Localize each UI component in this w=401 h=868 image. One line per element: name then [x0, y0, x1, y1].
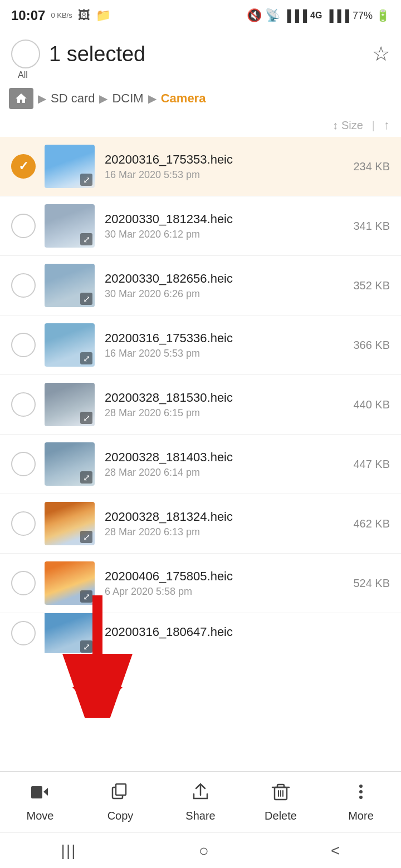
- home-breadcrumb[interactable]: [9, 88, 33, 109]
- delete-icon: [271, 782, 291, 806]
- move-button[interactable]: Move: [9, 782, 71, 822]
- file-name-2: 20200330_182656.heic: [105, 272, 353, 286]
- share-label: Share: [185, 810, 215, 822]
- svg-rect-5: [116, 784, 126, 795]
- file-checkbox-2[interactable]: [11, 273, 36, 298]
- file-info-3: 20200316_175336.heic 16 Mar 2020 5:53 pm: [105, 331, 353, 359]
- expand-icon-2: ⤢: [80, 293, 92, 305]
- file-list: ⤢ 20200316_175353.heic 16 Mar 2020 5:53 …: [0, 137, 401, 653]
- folder-icon: 📁: [96, 8, 111, 23]
- status-icons: 🔇 📡 ▐▐▐ 4G ▐▐▐ 77% 🔋: [247, 8, 390, 23]
- file-date-3: 16 Mar 2020 5:53 pm: [105, 348, 353, 359]
- breadcrumb-sep-3: ▶: [148, 92, 157, 105]
- expand-icon-3: ⤢: [80, 352, 92, 364]
- home-icon: [14, 92, 28, 105]
- expand-icon-7: ⤢: [80, 590, 92, 603]
- file-size-4: 440 KB: [353, 398, 390, 411]
- list-item[interactable]: ⤢ 20200316_175353.heic 16 Mar 2020 5:53 …: [0, 137, 401, 196]
- select-all-checkbox[interactable]: [11, 40, 40, 68]
- svg-marker-2: [72, 687, 123, 715]
- file-checkbox-5[interactable]: [11, 452, 36, 476]
- file-checkbox-6[interactable]: [11, 511, 36, 536]
- file-name-3: 20200316_175336.heic: [105, 331, 353, 346]
- nav-bar: ||| ○ <: [0, 832, 401, 868]
- more-icon: [351, 782, 371, 806]
- file-info-2: 20200330_182656.heic 30 Mar 2020 6:26 pm: [105, 272, 353, 300]
- file-info-8: 20200316_180647.heic: [105, 625, 390, 642]
- breadcrumb-camera[interactable]: Camera: [161, 91, 206, 106]
- sort-up-button[interactable]: ↑: [384, 118, 390, 132]
- file-thumbnail-1: ⤢: [45, 204, 95, 248]
- svg-point-9: [359, 796, 363, 799]
- gallery-icon: 🖼: [78, 8, 90, 23]
- list-item[interactable]: ⤢ 20200328_181403.heic 28 Mar 2020 6:14 …: [0, 435, 401, 494]
- sort-label: Size: [341, 119, 363, 132]
- breadcrumb: ▶ SD card ▶ DCIM ▶ Camera: [0, 83, 401, 116]
- file-size-2: 352 KB: [353, 279, 390, 292]
- sort-icon: ↕: [332, 119, 338, 132]
- file-thumbnail-5: ⤢: [45, 442, 95, 486]
- share-icon: [190, 782, 211, 806]
- file-name-8: 20200316_180647.heic: [105, 625, 390, 639]
- file-thumbnail-6: ⤢: [45, 502, 95, 545]
- file-checkbox-3[interactable]: [11, 333, 36, 357]
- file-thumbnail-8: ⤢: [45, 613, 95, 653]
- file-checkbox-0[interactable]: [11, 154, 36, 179]
- file-size-3: 366 KB: [353, 339, 390, 352]
- expand-icon-5: ⤢: [80, 471, 92, 484]
- copy-icon: [110, 782, 130, 806]
- breadcrumb-sdcard[interactable]: SD card: [51, 91, 95, 106]
- file-checkbox-4[interactable]: [11, 392, 36, 417]
- file-thumbnail-7: ⤢: [45, 561, 95, 605]
- file-name-4: 20200328_181530.heic: [105, 391, 353, 405]
- list-item[interactable]: ⤢ 20200406_175805.heic 6 Apr 2020 5:58 p…: [0, 554, 401, 613]
- svg-point-7: [359, 785, 363, 788]
- share-button[interactable]: Share: [170, 782, 231, 822]
- nav-menu-button[interactable]: |||: [48, 837, 90, 864]
- favorite-button[interactable]: ☆: [372, 42, 390, 66]
- nav-back-button[interactable]: <: [317, 837, 353, 864]
- file-date-0: 16 Mar 2020 5:53 pm: [105, 169, 353, 181]
- copy-label: Copy: [107, 810, 134, 822]
- file-size-5: 447 KB: [353, 458, 390, 471]
- battery-indicator: 77%: [353, 10, 373, 22]
- file-checkbox-1[interactable]: [11, 214, 36, 238]
- list-item[interactable]: ⤢ 20200330_182656.heic 30 Mar 2020 6:26 …: [0, 256, 401, 315]
- more-label: More: [348, 810, 374, 822]
- list-item[interactable]: ⤢ 20200328_181324.heic 28 Mar 2020 6:13 …: [0, 494, 401, 554]
- status-bar: 10:07 0 KB/s 🖼 📁 🔇 📡 ▐▐▐ 4G ▐▐▐ 77% 🔋: [0, 0, 401, 29]
- list-item[interactable]: ⤢ 20200316_180647.heic: [0, 613, 401, 653]
- sort-size-button[interactable]: ↕ Size: [332, 119, 363, 132]
- file-date-2: 30 Mar 2020 6:26 pm: [105, 288, 353, 300]
- expand-icon-8: ⤢: [80, 640, 92, 653]
- list-item[interactable]: ⤢ 20200328_181530.heic 28 Mar 2020 6:15 …: [0, 375, 401, 435]
- file-thumbnail-4: ⤢: [45, 383, 95, 426]
- breadcrumb-sep-2: ▶: [99, 92, 107, 105]
- action-bar: Move Copy Share Delete More: [0, 771, 401, 832]
- file-name-1: 20200330_181234.heic: [105, 212, 353, 226]
- signal-icon2: ▐▐▐: [325, 9, 349, 22]
- file-thumbnail-0: ⤢: [45, 145, 95, 188]
- move-icon: [30, 782, 50, 806]
- file-checkbox-7[interactable]: [11, 571, 36, 595]
- signal-icon: ▐▐▐: [283, 9, 307, 22]
- file-name-0: 20200316_175353.heic: [105, 152, 353, 167]
- expand-icon-4: ⤢: [80, 412, 92, 424]
- svg-rect-3: [31, 786, 42, 798]
- file-info-0: 20200316_175353.heic 16 Mar 2020 5:53 pm: [105, 152, 353, 181]
- file-thumbnail-2: ⤢: [45, 264, 95, 307]
- delete-button[interactable]: Delete: [250, 782, 311, 822]
- more-button[interactable]: More: [330, 782, 392, 822]
- nav-home-button[interactable]: ○: [185, 837, 222, 865]
- svg-point-8: [359, 790, 363, 793]
- list-item[interactable]: ⤢ 20200330_181234.heic 30 Mar 2020 6:12 …: [0, 196, 401, 256]
- list-item[interactable]: ⤢ 20200316_175336.heic 16 Mar 2020 5:53 …: [0, 315, 401, 375]
- file-size-1: 341 KB: [353, 220, 390, 233]
- selection-count: 1 selected: [49, 42, 372, 66]
- breadcrumb-dcim[interactable]: DCIM: [112, 91, 143, 106]
- copy-button[interactable]: Copy: [90, 782, 151, 822]
- file-name-5: 20200328_181403.heic: [105, 450, 353, 465]
- file-thumbnail-3: ⤢: [45, 323, 95, 367]
- file-checkbox-8[interactable]: [11, 621, 36, 645]
- expand-icon-0: ⤢: [80, 174, 92, 186]
